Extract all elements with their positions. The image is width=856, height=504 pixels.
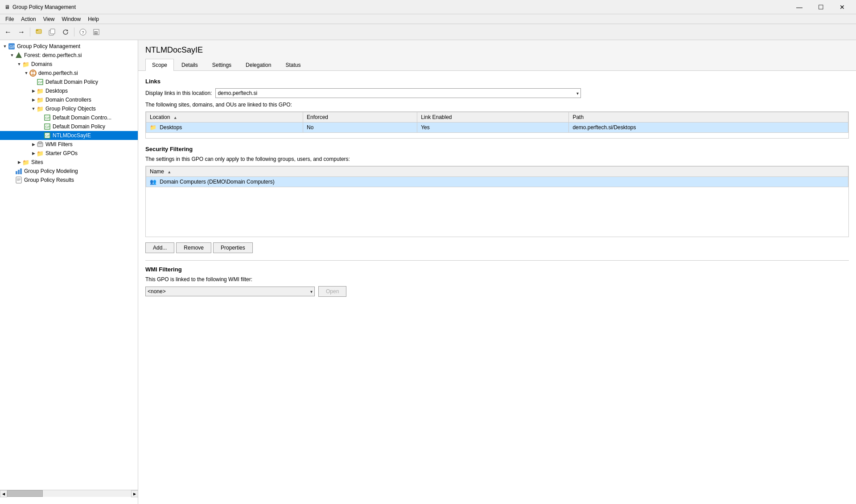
menu-help[interactable]: Help <box>84 15 103 23</box>
main-container: ▼ GP Group Policy Management ▼ Forest: d… <box>0 40 856 504</box>
tree-item-modeling[interactable]: ▶ Group Policy Modeling <box>0 167 138 176</box>
gpo-title: NTLMDocSayIE <box>138 40 856 58</box>
desktops-icon <box>37 87 44 94</box>
remove-button[interactable]: Remove <box>176 242 211 253</box>
cell-sec-name: 👥 Domain Computers (DEMO\Domain Computer… <box>146 177 848 187</box>
tree-hscrollbar[interactable]: ◀ ▶ <box>0 490 138 497</box>
tree-item-gpm[interactable]: ▼ GP Group Policy Management <box>0 42 138 51</box>
back-button[interactable]: ← <box>2 26 14 38</box>
close-button[interactable]: ✕ <box>832 0 852 14</box>
tree-item-sites[interactable]: ▶ Sites <box>0 158 138 167</box>
forward-button[interactable]: → <box>15 26 28 38</box>
copy-button[interactable] <box>46 26 58 38</box>
col-enforced[interactable]: Enforced <box>303 112 417 123</box>
expand-starter[interactable]: ▶ <box>30 150 37 156</box>
help-button[interactable]: ? <box>77 26 89 38</box>
tree-label-sites: Sites <box>31 159 43 165</box>
expand-demo[interactable]: ▼ <box>23 70 29 76</box>
export-button[interactable]: ▤ <box>90 26 103 38</box>
refresh-button[interactable] <box>59 26 72 38</box>
svg-marker-11 <box>16 52 22 58</box>
expand-gpo[interactable]: ▼ <box>30 106 37 112</box>
expand-sites[interactable]: ▶ <box>16 159 22 165</box>
dc-icon <box>37 96 44 103</box>
menu-bar: File Action View Window Help <box>0 14 856 24</box>
cell-enforced: No <box>303 123 417 133</box>
results-icon <box>15 176 22 184</box>
menu-file[interactable]: File <box>2 15 17 23</box>
cell-link-enabled: Yes <box>417 123 569 133</box>
col-path[interactable]: Path <box>569 112 848 123</box>
tab-status[interactable]: Status <box>279 59 307 71</box>
tree-item-forest[interactable]: ▼ Forest: demo.perftech.si <box>0 51 138 60</box>
tree-panel: ▼ GP Group Policy Management ▼ Forest: d… <box>0 40 138 504</box>
tab-delegation[interactable]: Delegation <box>239 59 278 71</box>
display-links-label: Display links in this location: <box>145 90 212 96</box>
divider <box>145 260 849 261</box>
modeling-icon <box>15 168 22 175</box>
wmi-title: WMI Filtering <box>145 266 849 273</box>
tree-item-results[interactable]: ▶ Group Policy Results <box>0 176 138 184</box>
up-button[interactable] <box>33 26 45 38</box>
tab-details[interactable]: Details <box>175 59 205 71</box>
title-bar: Group Policy Management — ☐ ✕ <box>0 0 856 14</box>
tree-item-desktops[interactable]: ▶ Desktops <box>0 86 138 95</box>
col-link-enabled[interactable]: Link Enabled <box>417 112 569 123</box>
expand-domains[interactable]: ▼ <box>16 61 22 67</box>
minimize-button[interactable]: — <box>789 0 810 14</box>
expand-dc[interactable]: ▶ <box>30 97 37 103</box>
cell-location: 📁 Desktops <box>146 123 303 133</box>
tab-scope[interactable]: Scope <box>145 59 174 71</box>
wmi-dropdown-arrow: ▾ <box>310 289 313 294</box>
col-name[interactable]: Name ▲ <box>146 167 848 177</box>
sort-location: ▲ <box>173 115 177 120</box>
links-table: Location ▲ Enforced Link Enabled Path <box>146 112 848 133</box>
links-info-text: The following sites, domains, and OUs ar… <box>145 102 849 108</box>
tree-item-ddcp[interactable]: ▶ GP Default Domain Contro... <box>0 113 138 122</box>
security-table-row[interactable]: 👥 Domain Computers (DEMO\Domain Computer… <box>146 177 848 187</box>
properties-button[interactable]: Properties <box>213 242 253 253</box>
svg-text:GP: GP <box>38 80 44 84</box>
tabs-bar: Scope Details Settings Delegation Status <box>138 58 856 71</box>
tab-settings[interactable]: Settings <box>206 59 238 71</box>
tree-item-ddp[interactable]: ▶ GP Default Domain Policy <box>0 78 138 86</box>
tree-item-dc[interactable]: ▶ Domain Controllers <box>0 95 138 104</box>
tree-item-starter[interactable]: ▶ Starter GPOs <box>0 149 138 158</box>
scroll-right-arrow[interactable]: ▶ <box>131 490 138 497</box>
tree-label-forest: Forest: demo.perftech.si <box>24 52 82 58</box>
maximize-button[interactable]: ☐ <box>811 0 831 14</box>
tree-label-desktops: Desktops <box>45 88 68 94</box>
tree-item-wmi[interactable]: ▶ WMI Filters <box>0 140 138 149</box>
table-row[interactable]: 📁 Desktops No Yes demo.perftech.si/Deskt… <box>146 123 848 133</box>
starter-icon <box>37 150 44 157</box>
tree-item-domains[interactable]: ▼ Domains <box>0 60 138 69</box>
menu-action[interactable]: Action <box>17 15 39 23</box>
tree-item-ntlm[interactable]: ▶ GP NTLMDocSayIE <box>0 131 138 140</box>
menu-view[interactable]: View <box>40 15 58 23</box>
tree-label-demo: demo.perftech.si <box>38 70 78 76</box>
toolbar-separator-1 <box>30 28 30 37</box>
expand-forest[interactable]: ▼ <box>9 52 15 58</box>
location-dropdown[interactable]: demo.perftech.si ▾ <box>215 88 581 98</box>
tree-item-ddp2[interactable]: ▶ GP Default Domain Policy <box>0 122 138 131</box>
col-location[interactable]: Location ▲ <box>146 112 303 123</box>
wmi-filter-dropdown[interactable]: <none> ▾ <box>145 287 315 296</box>
add-button[interactable]: Add... <box>145 242 174 253</box>
tab-content-scope: Links Display links in this location: de… <box>138 71 856 504</box>
window-title: Group Policy Management <box>12 4 789 10</box>
app-icon <box>4 4 11 11</box>
expand-wmi[interactable]: ▶ <box>30 141 37 148</box>
expand-desktops[interactable]: ▶ <box>30 88 37 94</box>
tree-label-ntlm: NTLMDocSayIE <box>53 132 91 139</box>
tree-label-ddp: Default Domain Policy <box>45 79 98 85</box>
svg-rect-25 <box>18 170 20 174</box>
expand-gpm[interactable]: ▼ <box>2 43 8 49</box>
menu-window[interactable]: Window <box>58 15 85 23</box>
open-button[interactable]: Open <box>318 286 346 297</box>
domains-icon <box>22 61 29 68</box>
tree-item-demo[interactable]: ▼ demo.perftech.si <box>0 69 138 78</box>
security-table-container: Name ▲ 👥 Domain Computers (DEMO\Domain C… <box>145 166 849 237</box>
scroll-left-arrow[interactable]: ◀ <box>0 490 7 497</box>
right-panel: NTLMDocSayIE Scope Details Settings Dele… <box>138 40 856 504</box>
tree-item-gpo[interactable]: ▼ Group Policy Objects <box>0 104 138 113</box>
